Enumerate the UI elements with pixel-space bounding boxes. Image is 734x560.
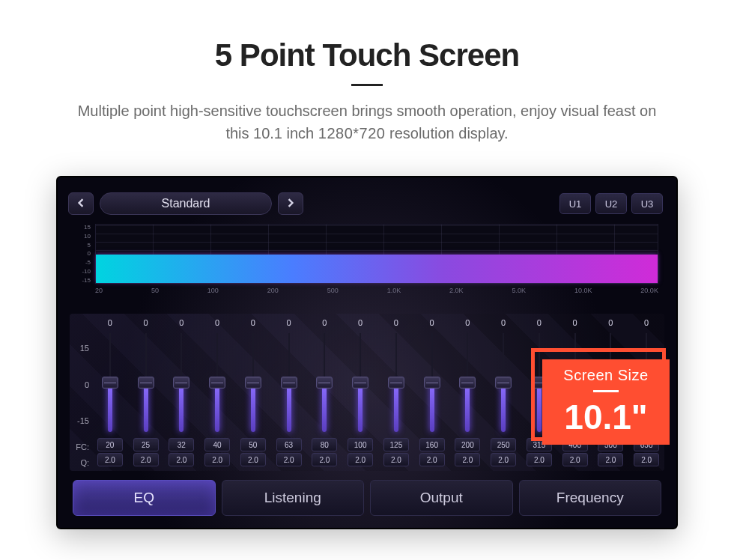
slider-thumb[interactable] bbox=[281, 377, 297, 389]
band-slider[interactable] bbox=[250, 333, 256, 432]
preset-name[interactable]: Standard bbox=[100, 192, 272, 215]
band-value: 0 bbox=[394, 318, 398, 330]
spectrum-x-tick: 5.0K bbox=[512, 287, 527, 294]
band-q[interactable]: 2.0 bbox=[97, 453, 123, 466]
band-q[interactable]: 2.0 bbox=[133, 453, 159, 466]
band-fc[interactable]: 80 bbox=[312, 438, 337, 451]
page-title: 5 Point Touch Screen bbox=[0, 37, 734, 73]
band-fc[interactable]: 50 bbox=[240, 438, 266, 451]
band-fc[interactable]: 160 bbox=[419, 438, 445, 451]
band-value: 0 bbox=[430, 318, 434, 330]
q-label: Q: bbox=[70, 455, 92, 471]
slider-thumb[interactable] bbox=[245, 377, 261, 389]
band-value: 0 bbox=[287, 318, 291, 330]
band-q[interactable]: 2.0 bbox=[312, 453, 337, 466]
eq-band-40: 0402.0 bbox=[199, 318, 235, 471]
band-slider[interactable] bbox=[214, 333, 220, 432]
band-value: 0 bbox=[179, 318, 184, 330]
band-q[interactable]: 2.0 bbox=[562, 453, 588, 466]
spectrum-x-tick: 500 bbox=[327, 287, 339, 294]
band-fc[interactable]: 25 bbox=[133, 438, 159, 451]
slider-scale-bot: -15 bbox=[70, 403, 92, 439]
band-value: 0 bbox=[644, 318, 649, 330]
band-slider[interactable] bbox=[357, 333, 363, 432]
band-fc[interactable]: 250 bbox=[491, 438, 516, 451]
band-slider[interactable] bbox=[286, 333, 292, 432]
spectrum-area: 151050-5-10-15 20501002005001.0K2.0K5.0K… bbox=[79, 224, 658, 305]
band-slider[interactable] bbox=[143, 333, 149, 432]
title-underline bbox=[351, 84, 383, 86]
spectrum-x-tick: 2.0K bbox=[449, 287, 464, 294]
bottom-tabs: EQListeningOutputFrequency bbox=[73, 480, 661, 516]
slider-thumb[interactable] bbox=[424, 377, 440, 389]
band-q[interactable]: 2.0 bbox=[419, 453, 445, 466]
slider-thumb[interactable] bbox=[316, 377, 333, 389]
band-q[interactable]: 2.0 bbox=[240, 453, 266, 466]
slider-thumb[interactable] bbox=[173, 377, 189, 389]
band-slider[interactable] bbox=[500, 333, 506, 432]
spectrum-y-tick: 5 bbox=[79, 242, 91, 249]
spectrum-x-tick: 100 bbox=[207, 287, 219, 294]
band-fc[interactable]: 32 bbox=[169, 438, 194, 451]
spectrum-graph[interactable] bbox=[95, 224, 658, 284]
eq-band-32: 0322.0 bbox=[164, 318, 200, 471]
eq-band-160: 01602.0 bbox=[414, 318, 450, 471]
slider-thumb[interactable] bbox=[209, 377, 225, 389]
band-q[interactable]: 2.0 bbox=[598, 453, 623, 466]
band-q[interactable]: 2.0 bbox=[204, 453, 230, 466]
band-value: 0 bbox=[251, 318, 255, 330]
chevron-right-icon bbox=[286, 198, 295, 210]
spectrum-y-axis: 151050-5-10-15 bbox=[79, 224, 92, 284]
slider-thumb[interactable] bbox=[459, 377, 476, 389]
eq-band-63: 0632.0 bbox=[271, 318, 307, 471]
slider-thumb[interactable] bbox=[102, 377, 118, 389]
band-value: 0 bbox=[537, 318, 542, 330]
band-q[interactable]: 2.0 bbox=[527, 453, 552, 466]
band-fc[interactable]: 20 bbox=[97, 438, 123, 451]
spectrum-y-tick: -15 bbox=[79, 277, 91, 284]
tab-eq[interactable]: EQ bbox=[73, 480, 216, 516]
badge-divider bbox=[593, 390, 619, 392]
band-q[interactable]: 2.0 bbox=[169, 453, 194, 466]
user-preset-button-2[interactable]: U2 bbox=[595, 193, 627, 214]
band-q[interactable]: 2.0 bbox=[276, 453, 302, 466]
eq-band-50: 0502.0 bbox=[235, 318, 271, 471]
spectrum-x-tick: 50 bbox=[151, 287, 159, 294]
spectrum-x-tick: 20 bbox=[95, 287, 103, 294]
band-q[interactable]: 2.0 bbox=[634, 453, 659, 466]
preset-next-button[interactable] bbox=[278, 192, 303, 215]
slider-thumb[interactable] bbox=[138, 377, 154, 389]
user-preset-button-1[interactable]: U1 bbox=[559, 193, 591, 214]
band-fc[interactable]: 125 bbox=[383, 438, 409, 451]
band-fc[interactable]: 200 bbox=[455, 438, 480, 451]
band-slider[interactable] bbox=[393, 333, 399, 432]
band-slider[interactable] bbox=[178, 333, 184, 432]
band-fc[interactable]: 40 bbox=[204, 438, 230, 451]
eq-band-25: 0252.0 bbox=[128, 318, 164, 471]
band-value: 0 bbox=[465, 318, 470, 330]
preset-prev-button[interactable] bbox=[68, 192, 94, 215]
slider-thumb[interactable] bbox=[388, 377, 404, 389]
band-value: 0 bbox=[573, 318, 577, 330]
band-q[interactable]: 2.0 bbox=[491, 453, 516, 466]
slider-thumb[interactable] bbox=[352, 377, 368, 389]
band-fc[interactable]: 63 bbox=[276, 438, 302, 451]
spectrum-y-tick: -5 bbox=[79, 259, 91, 266]
chevron-left-icon bbox=[76, 198, 85, 210]
band-slider[interactable] bbox=[429, 333, 435, 432]
spectrum-x-tick: 200 bbox=[267, 287, 279, 294]
band-slider[interactable] bbox=[107, 333, 113, 432]
band-q[interactable]: 2.0 bbox=[348, 453, 373, 466]
tab-output[interactable]: Output bbox=[370, 480, 513, 516]
spectrum-x-tick: 20.0K bbox=[640, 287, 658, 294]
band-q[interactable]: 2.0 bbox=[455, 453, 480, 466]
tab-listening[interactable]: Listening bbox=[222, 480, 365, 516]
subtitle-line1: Multiple point high-sensitive touchscree… bbox=[78, 103, 657, 119]
band-slider[interactable] bbox=[464, 333, 470, 432]
slider-thumb[interactable] bbox=[495, 377, 512, 389]
band-slider[interactable] bbox=[321, 333, 327, 432]
band-fc[interactable]: 100 bbox=[348, 438, 373, 451]
tab-frequency[interactable]: Frequency bbox=[519, 480, 662, 516]
user-preset-button-3[interactable]: U3 bbox=[631, 193, 663, 214]
band-q[interactable]: 2.0 bbox=[383, 453, 409, 466]
